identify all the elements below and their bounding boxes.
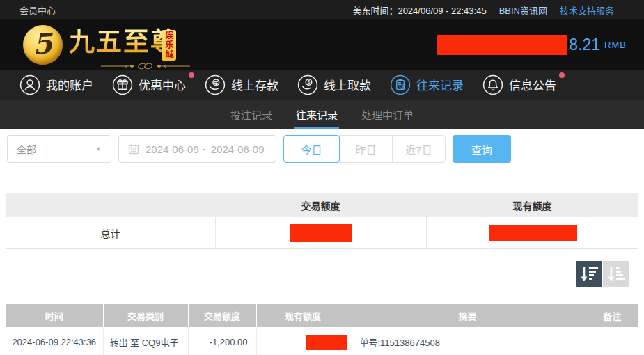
logo-glyph: 5 <box>31 29 53 58</box>
bell-icon <box>482 74 503 95</box>
type-select[interactable]: 全部 ▼ <box>7 135 111 163</box>
summary-total-label: 总计 <box>6 217 215 248</box>
yesterday-button[interactable]: 昨日 <box>339 135 393 163</box>
nav-item-label: 线上存款 <box>231 76 278 93</box>
nav-item-promotions[interactable]: 优惠中心 <box>112 74 186 95</box>
table-row: 2024-06-09 22:43:36 转出 至 CQ9电子 -1,200.00… <box>6 327 638 355</box>
search-button[interactable]: 查询 <box>453 135 511 163</box>
cell-balance <box>256 327 350 355</box>
cell-summary: 单号:115138674508 <box>350 327 586 355</box>
cell-time: 2024-06-09 22:43:36 <box>6 327 103 355</box>
summary-total-balance <box>426 217 638 248</box>
nav-item-announcements[interactable]: 信息公告 <box>482 74 556 95</box>
nav-item-label: 往来记录 <box>416 76 464 93</box>
cell-type: 转出 至 CQ9电子 <box>103 327 188 355</box>
summary-table: 交易额度 现有额度 总计 <box>6 193 638 249</box>
nav-item-label: 我的账户 <box>46 76 93 93</box>
redacted-balance-block <box>437 35 567 55</box>
summary-header-balance: 现有额度 <box>426 198 638 212</box>
member-center-label: 会员中心 <box>19 3 56 17</box>
col-header-amount: 交易额度 <box>188 304 256 327</box>
nav-item-transactions[interactable]: 往来记录 <box>390 74 464 95</box>
today-button[interactable]: 今日 <box>283 135 340 163</box>
brand-badge: 娱乐城 <box>162 30 176 61</box>
summary-header-row: 交易额度 现有额度 <box>6 193 638 217</box>
date-range-input[interactable]: 2024-06-09 ~ 2024-06-09 <box>118 135 276 163</box>
filter-row: 全部 ▼ 2024-06-09 ~ 2024-06-09 今日 昨日 近7日 查… <box>7 135 511 163</box>
tech-support-link[interactable]: 技术支持服务 <box>560 3 614 17</box>
summary-total-row: 总计 <box>6 217 638 249</box>
tab-transaction-records[interactable]: 往来记录 <box>294 100 339 129</box>
bbin-news-link[interactable]: BBIN资讯网 <box>499 3 547 17</box>
cell-note <box>586 327 638 355</box>
redacted-total-balance <box>489 225 577 241</box>
nav-item-deposit[interactable]: 线上存款 <box>205 74 278 95</box>
svg-text:$: $ <box>308 79 311 84</box>
col-header-balance: 现有额度 <box>256 304 350 327</box>
server-time: 美东时间：2024/06/09 - 22:43:45 <box>352 3 486 17</box>
site-header: 5 九五至尊 娱乐城 8.21 RMB <box>0 19 644 70</box>
record-tabs: 投注记录 往来记录 处理中订单 <box>0 100 644 129</box>
withdraw-icon: $ <box>297 74 318 95</box>
col-header-time: 时间 <box>6 304 103 327</box>
main-nav: 我的账户 优惠中心 线上存款 $ 线上取款 往来记录 <box>0 70 644 100</box>
sort-descending-button[interactable] <box>576 261 602 287</box>
notification-dot <box>189 72 194 78</box>
records-icon <box>390 74 411 95</box>
account-balance: 8.21 RMB <box>437 19 627 70</box>
nav-item-my-account[interactable]: 我的账户 <box>19 74 93 95</box>
tab-pending-orders[interactable]: 处理中订单 <box>360 100 415 129</box>
chevron-down-icon: ▼ <box>95 145 102 152</box>
brand-block: 九五至尊 娱乐城 <box>69 25 178 58</box>
tab-bet-records[interactable]: 投注记录 <box>229 100 274 129</box>
transactions-table: 时间 交易类别 交易额度 现有额度 摘要 备注 2024-06-09 22:43… <box>6 304 638 355</box>
balance-currency: RMB <box>604 40 627 50</box>
topbar: 会员中心 美东时间：2024/06/09 - 22:43:45 BBIN资讯网 … <box>0 0 644 19</box>
balance-amount: 8.21 <box>569 36 600 54</box>
type-select-value: 全部 <box>17 142 36 156</box>
logo-coin-icon: 5 <box>23 25 63 65</box>
sort-ascending-button[interactable] <box>603 261 629 287</box>
topbar-right: 美东时间：2024/06/09 - 22:43:45 BBIN资讯网 技术支持服… <box>352 3 614 17</box>
nav-item-label: 信息公告 <box>509 76 556 93</box>
transactions-table-header: 时间 交易类别 交易额度 现有额度 摘要 备注 <box>6 304 638 327</box>
redacted-row-balance <box>306 335 347 350</box>
cell-amount: -1,200.00 <box>188 327 256 355</box>
redacted-total-amount <box>290 224 352 242</box>
nav-item-label: 优惠中心 <box>139 76 186 93</box>
col-header-summary: 摘要 <box>350 304 586 327</box>
member-center-page: 会员中心 美东时间：2024/06/09 - 22:43:45 BBIN资讯网 … <box>0 0 644 355</box>
nav-item-label: 线上取款 <box>324 76 371 93</box>
gift-icon <box>112 74 133 95</box>
col-header-type: 交易类别 <box>103 304 188 327</box>
summary-header-amount: 交易额度 <box>215 198 426 212</box>
last7days-button[interactable]: 近7日 <box>392 135 446 163</box>
calendar-icon <box>128 143 139 155</box>
user-icon <box>19 74 40 95</box>
content-area: 全部 ▼ 2024-06-09 ~ 2024-06-09 今日 昨日 近7日 查… <box>0 129 644 355</box>
sort-ascending-icon <box>603 261 629 287</box>
flourish-ornament-icon <box>100 61 191 71</box>
deposit-icon <box>205 74 226 95</box>
sort-descending-icon <box>576 261 602 287</box>
col-header-note: 备注 <box>586 304 638 327</box>
summary-total-amount <box>215 217 426 248</box>
sort-controls <box>576 261 629 287</box>
notification-dot <box>559 72 565 78</box>
quick-range-group: 今日 昨日 近7日 <box>283 135 446 163</box>
nav-item-withdraw[interactable]: $ 线上取款 <box>297 74 371 95</box>
brand-logo[interactable]: 5 九五至尊 娱乐城 <box>23 25 178 65</box>
date-range-value: 2024-06-09 ~ 2024-06-09 <box>146 143 265 155</box>
